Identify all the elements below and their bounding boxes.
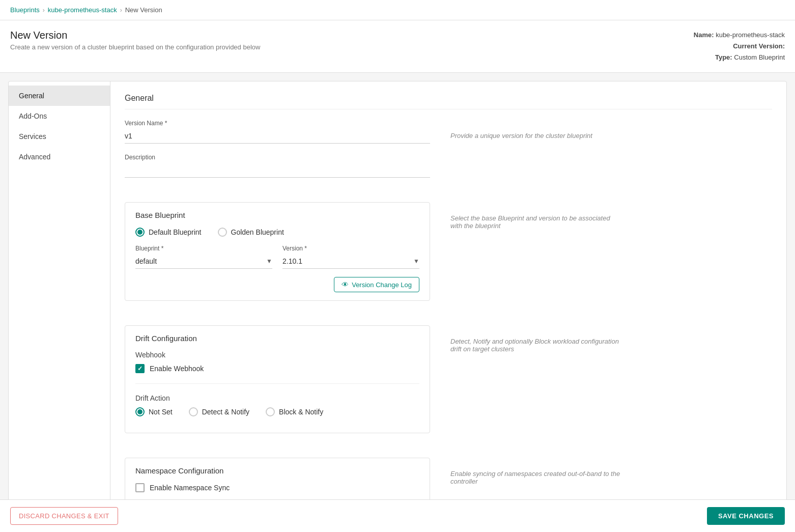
section-general-title: General <box>125 94 772 109</box>
page-subtitle: Create a new version of a cluster bluepr… <box>10 43 260 51</box>
drift-config-row: Drift Configuration Webhook ✓ Enable Web… <box>125 325 772 443</box>
breadcrumb-stack[interactable]: kube-prometheus-stack <box>48 6 117 14</box>
namespace-checkbox-box <box>135 483 145 492</box>
drift-action-radio-group: Not Set Detect & Notify Block & Notify <box>135 407 419 416</box>
clearfix: 👁 Version Change Log <box>135 277 419 292</box>
radio-golden-blueprint[interactable]: Golden Blueprint <box>218 228 284 237</box>
main-layout: General Add-Ons Services Advanced Genera… <box>8 81 787 532</box>
meta-version: Current Version: <box>694 41 785 52</box>
drift-config-hint: Detect, Notify and optionally Block work… <box>450 325 623 443</box>
enable-webhook-checkbox[interactable]: ✓ Enable Webhook <box>135 364 419 373</box>
base-blueprint-section: Base Blueprint Default Blueprint Golden … <box>125 202 430 301</box>
radio-default-blueprint[interactable]: Default Blueprint <box>135 228 202 237</box>
drift-config-left: Drift Configuration Webhook ✓ Enable Web… <box>125 325 430 443</box>
namespace-config-title: Namespace Configuration <box>135 466 419 475</box>
sidebar-item-add-ons[interactable]: Add-Ons <box>9 106 110 126</box>
radio-not-set[interactable]: Not Set <box>135 407 173 416</box>
content-area: General Version Name * Description Provi… <box>110 81 786 532</box>
footer-bar: DISCARD CHANGES & EXIT SAVE CHANGES <box>0 499 795 532</box>
webhook-checkbox-box: ✓ <box>135 364 145 373</box>
radio-golden-label: Golden Blueprint <box>231 228 284 236</box>
enable-namespace-sync-label: Enable Namespace Sync <box>150 484 230 492</box>
enable-namespace-sync-checkbox[interactable]: Enable Namespace Sync <box>135 483 419 492</box>
eye-icon: 👁 <box>342 281 349 289</box>
radio-block-label: Block & Notify <box>279 408 323 416</box>
version-name-hint: Provide a unique version for the cluster… <box>450 120 623 188</box>
version-select-field[interactable]: 2.10.1 ▼ <box>282 254 419 269</box>
webhook-title: Webhook <box>135 351 419 359</box>
radio-detect-label: Detect & Notify <box>202 408 249 416</box>
sidebar: General Add-Ons Services Advanced <box>9 81 110 532</box>
radio-detect-circle <box>189 407 198 416</box>
sidebar-item-general[interactable]: General <box>9 86 110 106</box>
version-name-input[interactable] <box>125 129 430 144</box>
version-select-label: Version * <box>282 245 419 252</box>
sidebar-item-services[interactable]: Services <box>9 126 110 147</box>
blueprint-select-group: Blueprint * default ▼ <box>135 245 272 269</box>
radio-not-set-circle <box>135 407 145 416</box>
radio-golden-circle <box>218 228 227 237</box>
discard-button[interactable]: DISCARD CHANGES & EXIT <box>10 507 118 525</box>
save-button[interactable]: SAVE CHANGES <box>707 507 785 525</box>
page-header: New Version Create a new version of a cl… <box>0 20 795 73</box>
breadcrumb-blueprints[interactable]: Blueprints <box>10 6 40 14</box>
page-header-right: Name: kube-prometheus-stack Current Vers… <box>694 30 785 63</box>
base-blueprint-title: Base Blueprint <box>135 211 419 219</box>
radio-not-set-label: Not Set <box>149 408 173 416</box>
page-title: New Version <box>10 30 260 41</box>
breadcrumb: Blueprints › kube-prometheus-stack › New… <box>0 0 795 20</box>
version-select-value: 2.10.1 <box>282 257 302 265</box>
blueprint-select-label: Blueprint * <box>135 245 272 252</box>
breadcrumb-sep-1: › <box>43 7 45 14</box>
page-header-left: New Version Create a new version of a cl… <box>10 30 260 51</box>
description-group: Description <box>125 154 430 178</box>
version-select-group: Version * 2.10.1 ▼ <box>282 245 419 269</box>
drift-separator <box>135 383 419 384</box>
radio-default-label: Default Blueprint <box>149 228 202 236</box>
sidebar-item-advanced[interactable]: Advanced <box>9 147 110 167</box>
radio-default-circle <box>135 228 145 237</box>
version-name-label: Version Name * <box>125 120 430 127</box>
version-log-button[interactable]: 👁 Version Change Log <box>334 277 419 292</box>
base-blueprint-radio-group: Default Blueprint Golden Blueprint <box>135 228 419 237</box>
version-dropdown-icon: ▼ <box>413 258 419 265</box>
description-input[interactable] <box>125 163 430 178</box>
version-name-group: Version Name * <box>125 120 430 144</box>
base-blueprint-hint: Select the base Blueprint and version to… <box>450 202 623 311</box>
description-label: Description <box>125 154 430 161</box>
radio-block-circle <box>266 407 275 416</box>
enable-webhook-label: Enable Webhook <box>150 365 204 373</box>
blueprint-select-field[interactable]: default ▼ <box>135 254 272 269</box>
version-name-row: Version Name * Description Provide a uni… <box>125 120 772 188</box>
radio-block-notify[interactable]: Block & Notify <box>266 407 323 416</box>
version-name-left: Version Name * Description <box>125 120 430 188</box>
breadcrumb-sep-2: › <box>120 7 122 14</box>
radio-detect-notify[interactable]: Detect & Notify <box>189 407 249 416</box>
base-blueprint-row: Base Blueprint Default Blueprint Golden … <box>125 202 772 311</box>
blueprint-select-row: Blueprint * default ▼ Version * 2.10.1 ▼ <box>135 245 419 269</box>
drift-config-title: Drift Configuration <box>135 334 419 343</box>
base-blueprint-left: Base Blueprint Default Blueprint Golden … <box>125 202 430 311</box>
meta-type: Type: Custom Blueprint <box>694 52 785 63</box>
version-log-label: Version Change Log <box>352 281 412 289</box>
meta-name: Name: kube-prometheus-stack <box>694 30 785 41</box>
checkbox-check-icon: ✓ <box>137 365 143 372</box>
blueprint-select-value: default <box>135 257 157 265</box>
breadcrumb-current: New Version <box>125 6 162 14</box>
drift-action-title: Drift Action <box>135 394 419 402</box>
drift-config-section: Drift Configuration Webhook ✓ Enable Web… <box>125 325 430 433</box>
blueprint-dropdown-icon: ▼ <box>266 258 272 265</box>
